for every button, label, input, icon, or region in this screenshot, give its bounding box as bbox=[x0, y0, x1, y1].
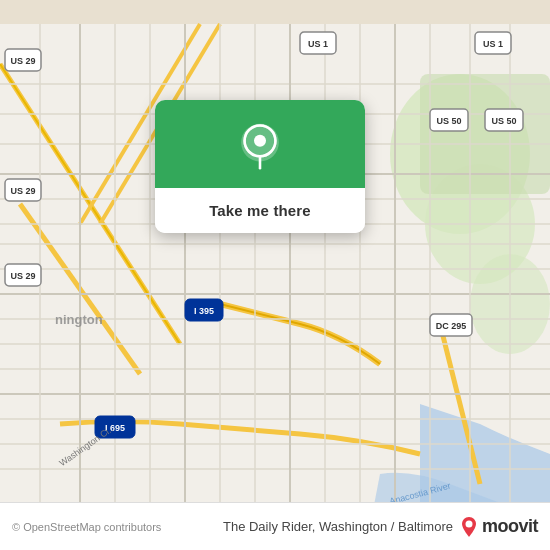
svg-text:DC 295: DC 295 bbox=[436, 321, 467, 331]
svg-text:US 1: US 1 bbox=[308, 39, 328, 49]
svg-text:nington: nington bbox=[55, 312, 103, 327]
app-title: The Daily Rider, Washington / Baltimore bbox=[223, 519, 453, 534]
svg-text:I 395: I 395 bbox=[194, 306, 214, 316]
popup-card: Take me there bbox=[155, 100, 365, 233]
bottom-bar: © OpenStreetMap contributors The Daily R… bbox=[0, 502, 550, 550]
svg-text:US 1: US 1 bbox=[483, 39, 503, 49]
moovit-text: moovit bbox=[482, 516, 538, 537]
svg-text:US 29: US 29 bbox=[10, 271, 35, 281]
moovit-logo: moovit bbox=[459, 516, 538, 538]
svg-text:US 29: US 29 bbox=[10, 56, 35, 66]
svg-point-67 bbox=[465, 520, 472, 527]
take-me-there-button[interactable]: Take me there bbox=[155, 188, 365, 233]
svg-rect-3 bbox=[420, 74, 550, 194]
popup-green-area bbox=[155, 100, 365, 188]
svg-text:US 50: US 50 bbox=[491, 116, 516, 126]
moovit-pin-icon bbox=[459, 516, 479, 538]
app-branding: The Daily Rider, Washington / Baltimore … bbox=[223, 516, 538, 538]
svg-text:US 29: US 29 bbox=[10, 186, 35, 196]
svg-point-65 bbox=[254, 135, 266, 147]
map-container: US 29 US 29 US 29 US 1 US 1 US 50 US 50 … bbox=[0, 0, 550, 550]
svg-text:US 50: US 50 bbox=[436, 116, 461, 126]
location-pin-icon bbox=[236, 122, 284, 170]
map-background: US 29 US 29 US 29 US 1 US 1 US 50 US 50 … bbox=[0, 0, 550, 550]
osm-attribution: © OpenStreetMap contributors bbox=[12, 521, 161, 533]
